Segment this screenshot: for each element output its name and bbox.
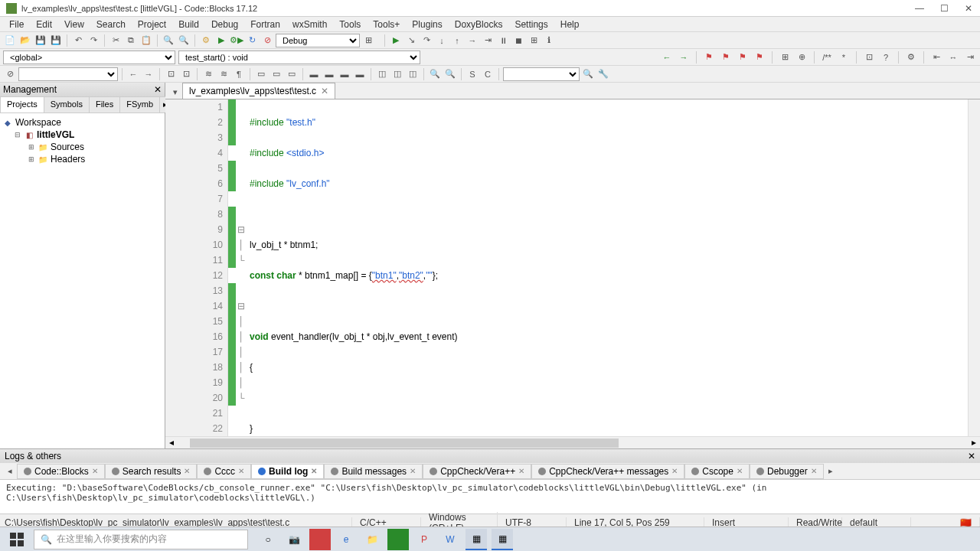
- run-to-cursor-icon[interactable]: ↘: [404, 34, 418, 47]
- task-edge-icon[interactable]: e: [335, 529, 357, 550]
- log-tab-buildmsg[interactable]: Build messages✕: [324, 464, 423, 479]
- rebuild-icon[interactable]: ↻: [245, 34, 259, 47]
- hl2-icon[interactable]: ⊡: [179, 67, 193, 81]
- diff-icon[interactable]: ≋: [201, 67, 215, 81]
- scope-select[interactable]: <global>: [3, 51, 175, 64]
- block3-icon[interactable]: ▬: [338, 67, 351, 81]
- next-instr-icon[interactable]: →: [466, 34, 479, 47]
- break-icon[interactable]: ⏸: [496, 34, 510, 47]
- doxy4-icon[interactable]: *: [837, 51, 851, 64]
- file-tab-testc[interactable]: lv_examples\lv_apps\test\test.c ✕: [182, 83, 335, 99]
- stop-debug-icon[interactable]: ⏹: [511, 34, 525, 47]
- menu-file[interactable]: File: [5, 18, 28, 31]
- undo-icon[interactable]: ↶: [71, 34, 85, 47]
- function-select[interactable]: test_start() : void: [178, 51, 420, 64]
- sel2-icon[interactable]: ▭: [270, 67, 283, 81]
- doxy7-icon[interactable]: ⚙: [904, 51, 918, 64]
- search-combo[interactable]: [18, 67, 118, 81]
- expander-icon[interactable]: ⊞: [28, 143, 35, 151]
- management-close-icon[interactable]: ✕: [154, 84, 162, 95]
- clear-icon[interactable]: ⊘: [3, 67, 17, 81]
- log-tab-buildlog[interactable]: Build log✕: [251, 464, 324, 479]
- debug-run-icon[interactable]: ▶: [389, 34, 403, 47]
- minimize-button[interactable]: —: [914, 3, 925, 14]
- tree-sources[interactable]: ⊞ 📁 Sources: [3, 141, 162, 153]
- s-icon[interactable]: S: [466, 67, 479, 81]
- cut-icon[interactable]: ✂: [109, 34, 122, 47]
- tab-symbols[interactable]: Symbols: [44, 96, 90, 112]
- task-powerpoint-icon[interactable]: P: [413, 529, 435, 550]
- save-icon[interactable]: 💾: [34, 34, 47, 47]
- logs-close-icon[interactable]: ✕: [968, 451, 975, 461]
- redo-icon[interactable]: ↷: [87, 34, 100, 47]
- task-cortana-icon[interactable]: ○: [257, 529, 279, 550]
- tab-list-icon[interactable]: ▾: [168, 85, 182, 99]
- taskbar-search[interactable]: 🔍 在这里输入你要搜索的内容: [34, 530, 248, 549]
- block4-icon[interactable]: ▬: [353, 67, 367, 81]
- doxy3-icon[interactable]: /**: [820, 51, 834, 64]
- bookmark-prev-icon[interactable]: ⚑: [719, 51, 733, 64]
- menu-help[interactable]: Help: [556, 18, 584, 31]
- doxy1-icon[interactable]: ⊞: [778, 51, 792, 64]
- vertical-scrollbar[interactable]: [968, 99, 980, 436]
- diff2-icon[interactable]: ≋: [217, 67, 230, 81]
- task-explorer-icon[interactable]: 📁: [361, 529, 383, 550]
- save-all-icon[interactable]: 💾: [49, 34, 63, 47]
- menu-settings[interactable]: Settings: [510, 18, 552, 31]
- maximize-button[interactable]: ☐: [939, 3, 949, 14]
- run-icon[interactable]: ▶: [214, 34, 228, 47]
- tree-workspace[interactable]: ◆ Workspace: [3, 116, 162, 129]
- bookmark-toggle-icon[interactable]: ⚑: [702, 51, 716, 64]
- menu-debug[interactable]: Debug: [207, 18, 243, 31]
- grp1-icon[interactable]: ◫: [375, 67, 389, 81]
- tree-headers[interactable]: ⊞ 📁 Headers: [3, 153, 162, 165]
- fold-column[interactable]: ⊟│└ ⊟│││││└: [236, 99, 247, 436]
- abort-icon[interactable]: ⊘: [260, 34, 274, 47]
- build-run-icon[interactable]: ⚙▶: [230, 34, 243, 47]
- doxy2-icon[interactable]: ⊕: [795, 51, 808, 64]
- expander-icon[interactable]: ⊞: [28, 155, 35, 163]
- doxy6-icon[interactable]: ?: [879, 51, 893, 64]
- task-app1-icon[interactable]: [309, 529, 331, 550]
- step-over-icon[interactable]: ↷: [420, 34, 433, 47]
- prev-icon[interactable]: ←: [126, 67, 140, 81]
- replace-icon[interactable]: 🔍: [177, 34, 191, 47]
- build-icon[interactable]: ⚙: [199, 34, 213, 47]
- expander-icon[interactable]: ⊟: [14, 131, 21, 139]
- grp2-icon[interactable]: ◫: [390, 67, 404, 81]
- menu-doxyblocks[interactable]: DoxyBlocks: [450, 18, 508, 31]
- logs-scroll-left-icon[interactable]: ◂: [3, 465, 17, 478]
- horizontal-scrollbar[interactable]: ◂ ▸: [165, 436, 980, 448]
- inc-find-icon[interactable]: 🔍: [581, 67, 595, 81]
- target-icon[interactable]: ⊞: [361, 34, 375, 47]
- next-icon[interactable]: →: [142, 67, 155, 81]
- close-tab-icon[interactable]: ✕: [321, 86, 328, 96]
- close-button[interactable]: ✕: [963, 3, 974, 14]
- pilcrow-icon[interactable]: ¶: [232, 67, 246, 81]
- step-instr-icon[interactable]: ⇥: [481, 34, 495, 47]
- task-app2-icon[interactable]: [387, 529, 409, 550]
- code-editor[interactable]: #include "test.h" #include <stdio.h> #in…: [247, 99, 968, 436]
- tab-fsymb[interactable]: FSymb: [119, 96, 160, 112]
- log-tab-cscope[interactable]: Cscope✕: [684, 464, 750, 479]
- hl1-icon[interactable]: ⊡: [164, 67, 178, 81]
- task-app3-icon[interactable]: ▦: [492, 529, 513, 550]
- block2-icon[interactable]: ▬: [322, 67, 336, 81]
- task-word-icon[interactable]: W: [439, 529, 461, 550]
- grp3-icon[interactable]: ◫: [406, 67, 420, 81]
- bookmark-next-icon[interactable]: ⚑: [736, 51, 750, 64]
- tab-files[interactable]: Files: [89, 96, 120, 112]
- tree-project[interactable]: ⊟ ◧ littleVGL: [3, 129, 162, 141]
- logs-scroll-right-icon[interactable]: ▸: [824, 465, 838, 478]
- copy-icon[interactable]: ⧉: [124, 34, 138, 47]
- log-tab-search[interactable]: Search results✕: [105, 464, 198, 479]
- menu-toolsplus[interactable]: Tools+: [368, 18, 404, 31]
- info-icon[interactable]: ℹ: [542, 34, 556, 47]
- jump-back-icon[interactable]: ⇤: [929, 51, 943, 64]
- nav-fwd-icon[interactable]: →: [677, 51, 691, 64]
- log-tab-cppcheckmsg[interactable]: CppCheck/Vera++ messages✕: [531, 464, 684, 479]
- sel1-icon[interactable]: ▭: [254, 67, 268, 81]
- menu-plugins[interactable]: Plugins: [407, 18, 446, 31]
- menu-project[interactable]: Project: [133, 18, 171, 31]
- sel3-icon[interactable]: ▭: [285, 67, 299, 81]
